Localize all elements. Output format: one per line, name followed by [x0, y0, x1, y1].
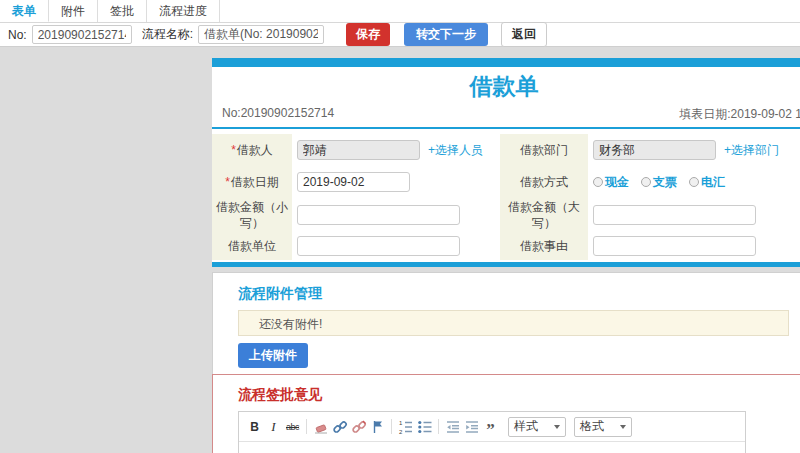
chevron-down-icon	[620, 425, 626, 429]
flow-name-input[interactable]	[198, 25, 324, 44]
outdent-icon[interactable]	[443, 418, 462, 436]
borrower-input[interactable]	[297, 140, 420, 160]
unlink-icon[interactable]	[349, 418, 368, 436]
radio-circle-icon	[641, 177, 651, 187]
bullet-list-icon[interactable]	[415, 418, 434, 436]
approval-heading: 流程签批意见	[238, 386, 800, 402]
radio-wire[interactable]: 电汇	[689, 174, 725, 191]
link-icon[interactable]	[330, 418, 349, 436]
svg-text:1: 1	[399, 420, 403, 426]
loan-reason-input[interactable]	[593, 236, 756, 256]
dept-input[interactable]	[593, 140, 716, 160]
tab-form[interactable]: 表单	[0, 0, 49, 22]
save-button[interactable]: 保存	[346, 23, 390, 46]
format-select[interactable]: 格式	[574, 417, 632, 437]
amount-lower-label: 借款金额（小写）	[212, 198, 292, 232]
panel-bottom-bar	[212, 262, 800, 267]
command-bar: No: 流程名称: 保存 转交下一步 返回	[0, 23, 800, 47]
indent-icon[interactable]	[462, 418, 481, 436]
amount-upper-input[interactable]	[593, 205, 756, 225]
no-attachments-message: 还没有附件!	[238, 310, 789, 336]
loan-date-label: *借款日期	[212, 166, 292, 198]
loan-date-input[interactable]	[297, 172, 410, 192]
required-asterisk: *	[225, 175, 230, 189]
tab-approve[interactable]: 签批	[98, 0, 147, 22]
editor-content-area[interactable]	[239, 442, 745, 453]
flow-name-label: 流程名称:	[142, 26, 193, 43]
upload-attachment-button[interactable]: 上传附件	[238, 343, 308, 368]
amount-lower-input[interactable]	[297, 205, 460, 225]
tab-bar: 表单 附件 签批 流程进度	[0, 0, 800, 23]
svg-text:2: 2	[399, 429, 403, 435]
chevron-down-icon	[554, 425, 560, 429]
tab-attachments[interactable]: 附件	[49, 0, 98, 22]
panel-top-bar	[212, 58, 800, 67]
radio-circle-icon	[689, 177, 699, 187]
form-no-text: No:20190902152714	[222, 106, 334, 123]
back-button[interactable]: 返回	[501, 22, 547, 47]
tab-progress[interactable]: 流程进度	[147, 0, 220, 22]
anchor-flag-icon[interactable]	[368, 418, 387, 436]
borrower-label: *借款人	[212, 134, 292, 166]
select-person-link[interactable]: +选择人员	[428, 142, 483, 159]
dept-label: 借款部门	[500, 134, 588, 166]
radio-cash[interactable]: 现金	[593, 174, 629, 191]
numbered-list-icon[interactable]: 12	[396, 418, 415, 436]
required-asterisk: *	[231, 143, 236, 157]
approval-panel: 流程签批意见 B I abc 12 ” 样式 格式	[212, 374, 800, 453]
radio-cheque[interactable]: 支票	[641, 174, 677, 191]
no-label: No:	[8, 28, 27, 42]
no-input[interactable]	[32, 25, 132, 44]
style-select[interactable]: 样式	[508, 417, 566, 437]
select-dept-link[interactable]: +选择部门	[724, 142, 779, 159]
italic-icon[interactable]: I	[264, 418, 283, 436]
loan-unit-input[interactable]	[297, 236, 460, 256]
forward-next-step-button[interactable]: 转交下一步	[404, 23, 488, 46]
form-title: 借款单	[212, 72, 800, 100]
editor-toolbar: B I abc 12 ” 样式 格式	[239, 412, 745, 442]
loan-form-panel: 借款单 No:20190902152714 填表日期:2019-09-02 15…	[212, 58, 800, 267]
remove-format-icon[interactable]	[311, 418, 330, 436]
form-fields-table: *借款人 +选择人员 借款部门 +选择部门 *借款日期 借款方式 现金	[212, 134, 800, 260]
page-background: 借款单 No:20190902152714 填表日期:2019-09-02 15…	[0, 47, 800, 453]
loan-unit-label: 借款单位	[212, 232, 292, 260]
blockquote-icon[interactable]: ”	[481, 418, 500, 436]
bold-icon[interactable]: B	[245, 418, 264, 436]
amount-upper-label: 借款金额（大写）	[500, 198, 588, 232]
attachments-heading: 流程附件管理	[238, 285, 800, 301]
rich-text-editor: B I abc 12 ” 样式 格式	[238, 411, 746, 453]
loan-reason-label: 借款事由	[500, 232, 588, 260]
form-date-text: 填表日期:2019-09-02 15:27:14	[679, 106, 800, 123]
loan-method-label: 借款方式	[500, 166, 588, 198]
attachments-panel: 流程附件管理 还没有附件! 上传附件	[212, 272, 800, 379]
strikethrough-icon[interactable]: abc	[283, 418, 302, 436]
radio-circle-icon	[593, 177, 603, 187]
